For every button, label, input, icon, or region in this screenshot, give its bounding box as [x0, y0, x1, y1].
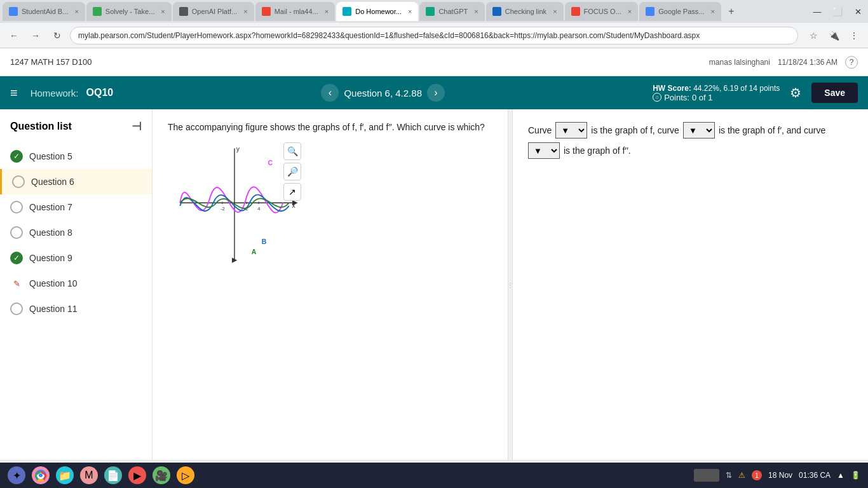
- address-bar-row: ← → ↻ mylab.pearson.com/Student/PlayerHo…: [0, 23, 868, 48]
- points-value: 0 of 1: [692, 93, 713, 102]
- tab-label: Google Pass...: [658, 8, 704, 15]
- sidebar-item-question5[interactable]: ✓ Question 5: [0, 144, 152, 169]
- taskbar-time: 01:36 CA: [799, 471, 831, 480]
- homework-prefix: Homework:: [31, 88, 79, 98]
- taskbar-sort-icon: ⇅: [726, 471, 732, 480]
- taskbar-meet-icon[interactable]: 🎥: [153, 466, 170, 484]
- tab-focus[interactable]: FOCUS O... ×: [565, 2, 639, 21]
- tab-chatgpt[interactable]: ChatGPT ×: [419, 2, 484, 21]
- homework-title: OQ10: [86, 87, 114, 98]
- tab-controls: — ⬜ ✕: [810, 4, 865, 19]
- tab-icon: [571, 7, 580, 16]
- curve-prompt: Curve: [528, 125, 552, 135]
- tab-close[interactable]: ×: [474, 8, 478, 15]
- taskbar-files-icon[interactable]: 📁: [56, 466, 74, 484]
- close-button[interactable]: ✕: [850, 4, 865, 19]
- is-graph-of-fprimeprime: is the graph of f′′.: [564, 146, 631, 156]
- curve-fprimeprime-dropdown[interactable]: ▼ A B C: [528, 142, 560, 159]
- tab-openai[interactable]: OpenAI Platf... ×: [173, 2, 254, 21]
- tab-close[interactable]: ×: [408, 8, 412, 15]
- question-label: Question 6, 4.2.88: [344, 88, 422, 98]
- panel-divider[interactable]: ⋮: [508, 109, 513, 460]
- tab-label: Mail - mla44...: [275, 8, 318, 15]
- taskbar-left: ✦ 📁 M 📄 ▶ 🎥 ▷: [8, 466, 194, 484]
- prev-question-button[interactable]: ‹: [321, 84, 339, 102]
- tab-checking[interactable]: Checking link ×: [486, 2, 564, 21]
- status-check-icon: ✓: [10, 150, 23, 163]
- question11-label: Question 11: [29, 304, 78, 314]
- help-icon[interactable]: ?: [845, 56, 858, 69]
- is-graph-of-f: is the graph of f, curve: [591, 125, 679, 135]
- taskbar-bar-icon: [694, 469, 719, 482]
- taskbar-chrome-icon[interactable]: [32, 466, 50, 484]
- minimize-button[interactable]: —: [810, 4, 825, 19]
- curve-f-dropdown[interactable]: ▼ A B C: [555, 122, 587, 139]
- user-name: manas lalsinghani: [709, 58, 770, 67]
- hw-score-info: HW Score: 44.22%, 6.19 of 14 points ○ Po…: [653, 84, 780, 102]
- tab-close[interactable]: ×: [325, 8, 329, 15]
- tab-close[interactable]: ×: [553, 8, 557, 15]
- sidebar-title-text: Question list: [10, 121, 72, 132]
- course-label: 1247 MATH 157 D100: [10, 57, 92, 67]
- taskbar-start-icon[interactable]: ✦: [8, 466, 25, 484]
- tab-mail[interactable]: Mail - mla44... ×: [255, 2, 336, 21]
- curve-fprime-dropdown[interactable]: ▼ A B C: [683, 122, 715, 139]
- sidebar-item-question9[interactable]: ✓ Question 9: [0, 245, 152, 271]
- settings-icon[interactable]: ⚙: [790, 85, 801, 100]
- tab-label: FOCUS O...: [584, 8, 621, 15]
- tab-solvely[interactable]: Solvely - Take... ×: [86, 2, 172, 21]
- curve-question: Curve ▼ A B C is the graph of f, curve ▼…: [528, 122, 853, 159]
- question6-label: Question 6: [31, 177, 74, 187]
- tab-close[interactable]: ×: [628, 8, 632, 15]
- course-info: 1247 MATH 157 D100: [10, 57, 92, 67]
- maximize-button[interactable]: ⬜: [830, 4, 845, 19]
- taskbar-docs-icon[interactable]: 📄: [104, 466, 122, 484]
- back-button[interactable]: ←: [5, 27, 23, 44]
- taskbar-date: 18 Nov: [768, 471, 792, 480]
- tab-label: Do Homewor...: [355, 8, 402, 15]
- tab-studentaid[interactable]: StudentAid B... ×: [3, 2, 85, 21]
- hamburger-icon[interactable]: ≡: [10, 86, 18, 100]
- extensions-button[interactable]: 🔌: [825, 27, 843, 44]
- svg-text:B: B: [262, 238, 267, 245]
- next-question-button[interactable]: ›: [427, 84, 445, 102]
- svg-text:y: y: [236, 146, 240, 152]
- tab-close[interactable]: ×: [710, 8, 714, 15]
- taskbar-gmail-icon[interactable]: M: [80, 466, 98, 484]
- user-info: manas lalsinghani 11/18/24 1:36 AM ?: [709, 56, 858, 69]
- app-top-bar: 1247 MATH 157 D100 manas lalsinghani 11/…: [0, 48, 868, 76]
- tab-icon: [262, 7, 271, 16]
- save-button[interactable]: Save: [811, 83, 858, 103]
- collapse-sidebar-button[interactable]: ⊣: [132, 119, 142, 133]
- zoom-in-button[interactable]: 🔍: [283, 142, 301, 160]
- sidebar-item-question11[interactable]: Question 11: [0, 296, 152, 322]
- forward-button[interactable]: →: [27, 27, 44, 44]
- tab-close[interactable]: ×: [74, 8, 78, 15]
- datetime: 11/18/24 1:36 AM: [778, 58, 837, 67]
- tab-icon: [492, 7, 501, 16]
- content-area: Question list ⊣ ✓ Question 5 Question 6 …: [0, 109, 868, 460]
- sidebar-item-question8[interactable]: Question 8: [0, 220, 152, 245]
- sidebar-item-question7[interactable]: Question 7: [0, 194, 152, 220]
- points-circle-icon: ○: [653, 93, 661, 102]
- bookmark-button[interactable]: ☆: [804, 27, 822, 44]
- hw-score-value: 44.22%, 6.19 of 14 points: [693, 84, 780, 93]
- taskbar-youtube-icon[interactable]: ▶: [128, 466, 146, 484]
- tab-dohomework[interactable]: Do Homewor... ×: [336, 2, 418, 21]
- address-input[interactable]: mylab.pearson.com/Student/PlayerHomework…: [70, 27, 798, 44]
- refresh-button[interactable]: ↻: [48, 27, 66, 44]
- taskbar-play-icon[interactable]: ▷: [177, 466, 194, 484]
- status-empty-icon: [10, 302, 23, 315]
- menu-button[interactable]: ⋮: [845, 27, 863, 44]
- zoom-out-button[interactable]: 🔎: [283, 163, 301, 180]
- tab-icon: [93, 7, 102, 16]
- sidebar-item-question10[interactable]: ✎ Question 10: [0, 271, 152, 296]
- sidebar-item-question6[interactable]: Question 6: [0, 169, 152, 194]
- taskbar-battery-icon: 🔋: [851, 471, 860, 480]
- tab-close[interactable]: ×: [243, 8, 247, 15]
- tab-close[interactable]: ×: [161, 8, 165, 15]
- new-tab-button[interactable]: +: [722, 3, 740, 20]
- tab-googlepass[interactable]: Google Pass... ×: [639, 2, 721, 21]
- status-empty-icon: [10, 226, 23, 239]
- external-link-button[interactable]: ↗: [283, 183, 301, 201]
